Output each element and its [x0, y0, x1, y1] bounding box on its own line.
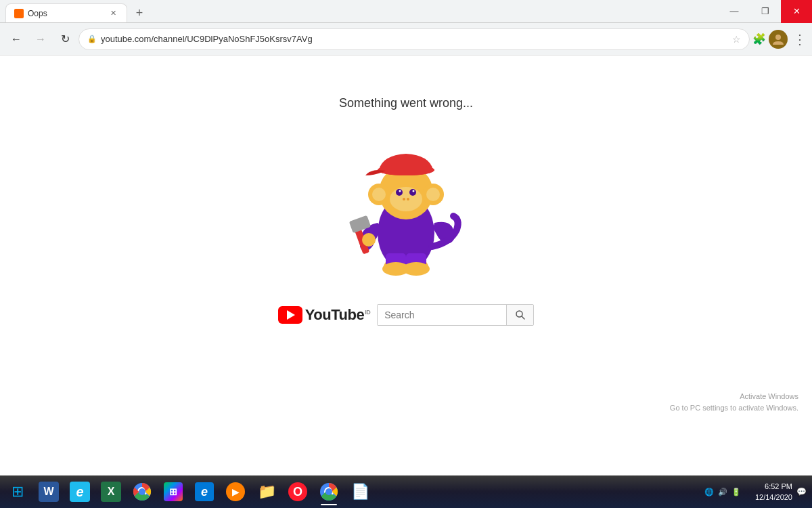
clock-time: 6:52 PM: [765, 481, 792, 492]
tab-close-button[interactable]: ✕: [108, 8, 118, 19]
forward-button[interactable]: →: [30, 28, 51, 50]
notification-icon[interactable]: 💬: [796, 487, 807, 496]
svg-point-15: [378, 165, 434, 175]
address-bar: ← → ↻ 🔒 youtube.com/channel/UC9DlPyaNoSh…: [0, 23, 812, 56]
volume-icon: 🔊: [718, 488, 727, 496]
svg-point-8: [403, 198, 405, 200]
svg-point-0: [775, 35, 781, 40]
store-icon: ⊞: [164, 482, 183, 501]
activate-windows-watermark: Activate Windows Go to PC settings to ac…: [670, 391, 798, 415]
svg-point-4: [396, 189, 403, 196]
search-button[interactable]: [506, 304, 533, 326]
close-button[interactable]: ✕: [781, 0, 812, 23]
svg-point-11: [372, 188, 386, 201]
taskbar: ⊞ W e X ⊞: [0, 475, 812, 508]
bookmark-icon[interactable]: ☆: [732, 34, 741, 45]
youtube-icon: [278, 306, 302, 324]
youtube-region: ID: [365, 309, 370, 316]
taskbar-vlc-button[interactable]: ▶: [221, 477, 250, 507]
tab-title: Oops: [28, 9, 104, 18]
chrome-active-icon: [319, 482, 338, 501]
search-icon: [515, 310, 526, 320]
file-icon: 📄: [351, 483, 369, 501]
svg-point-29: [139, 488, 145, 495]
youtube-text: YouTubeID: [305, 306, 370, 324]
system-clock[interactable]: 6:52 PM 12/14/2020: [745, 481, 792, 503]
activate-windows-line1: Activate Windows: [670, 391, 798, 403]
battery-icon: 🔋: [731, 488, 741, 496]
clock-date: 12/14/2020: [755, 492, 792, 503]
activate-windows-line2: Go to PC settings to activate Windows.: [670, 402, 798, 415]
page-content: Something went wrong...: [0, 56, 812, 475]
menu-icon[interactable]: ⋮: [793, 31, 807, 47]
taskbar-ie-button[interactable]: e: [65, 477, 95, 507]
monkey-illustration: [332, 121, 480, 284]
monkey-svg: [332, 121, 480, 284]
taskbar-chrome-button[interactable]: [127, 477, 157, 507]
lock-icon: 🔒: [87, 35, 97, 43]
opera-icon: O: [288, 482, 307, 501]
svg-point-7: [413, 190, 415, 192]
title-bar: Oops ✕ + — ❐ ✕: [0, 0, 812, 23]
svg-point-6: [399, 190, 401, 192]
taskbar-edge-button[interactable]: e: [189, 477, 219, 507]
svg-point-5: [409, 189, 416, 196]
tab-favicon: [14, 9, 24, 18]
vlc-icon: ▶: [226, 482, 245, 501]
browser-window: Oops ✕ + — ❐ ✕ ← → ↻ 🔒 youtube.com/chann…: [0, 0, 812, 508]
extensions-icon[interactable]: 🧩: [752, 33, 766, 45]
tabs-area: Oops ✕ +: [0, 0, 719, 22]
taskbar-word-button[interactable]: W: [34, 477, 64, 507]
search-box: [377, 304, 534, 326]
taskbar-store-button[interactable]: ⊞: [158, 477, 188, 507]
excel-icon: X: [101, 482, 121, 502]
omnibox[interactable]: 🔒 youtube.com/channel/UC9DlPyaNoShFJ5oKs…: [78, 28, 750, 50]
url-text: youtube.com/channel/UC9DlPyaNoShFJ5oKsrs…: [101, 34, 728, 44]
taskbar-excel-button[interactable]: X: [96, 477, 126, 507]
svg-point-3: [390, 187, 422, 211]
youtube-area: YouTubeID: [278, 304, 534, 326]
maximize-button[interactable]: ❐: [750, 0, 781, 23]
edge-icon: e: [195, 482, 214, 501]
new-tab-button[interactable]: +: [130, 3, 149, 22]
back-button[interactable]: ←: [5, 28, 27, 50]
word-icon: W: [39, 482, 59, 502]
windows-logo-icon: ⊞: [12, 483, 24, 501]
network-icon: 🌐: [704, 488, 714, 496]
youtube-logo: YouTubeID: [278, 306, 370, 324]
active-indicator: [321, 504, 337, 505]
taskbar-file-button[interactable]: 📄: [345, 477, 375, 507]
svg-point-9: [407, 198, 409, 200]
svg-point-21: [403, 262, 430, 276]
minimize-button[interactable]: —: [719, 0, 750, 23]
svg-line-26: [522, 316, 524, 319]
taskbar-folder-button[interactable]: 📁: [252, 477, 281, 507]
search-input[interactable]: [378, 304, 506, 326]
taskbar-opera-button[interactable]: O: [283, 477, 313, 507]
chrome-icon: [133, 482, 152, 501]
svg-point-13: [426, 188, 440, 201]
profile-icon: [771, 33, 785, 46]
folder-icon: 📁: [258, 483, 276, 501]
reload-button[interactable]: ↻: [54, 28, 76, 50]
profile-avatar[interactable]: [769, 30, 788, 49]
start-button[interactable]: ⊞: [3, 477, 32, 507]
svg-point-32: [325, 488, 332, 495]
play-icon: [287, 310, 295, 320]
active-tab[interactable]: Oops ✕: [5, 3, 127, 22]
error-message: Something went wrong...: [339, 96, 473, 110]
window-controls: — ❐ ✕: [719, 0, 812, 22]
taskbar-chrome-active-button[interactable]: [314, 477, 344, 507]
ie-icon: e: [70, 482, 90, 502]
svg-point-24: [362, 233, 376, 247]
system-tray: 🌐 🔊 🔋 6:52 PM 12/14/2020 💬: [699, 475, 812, 508]
